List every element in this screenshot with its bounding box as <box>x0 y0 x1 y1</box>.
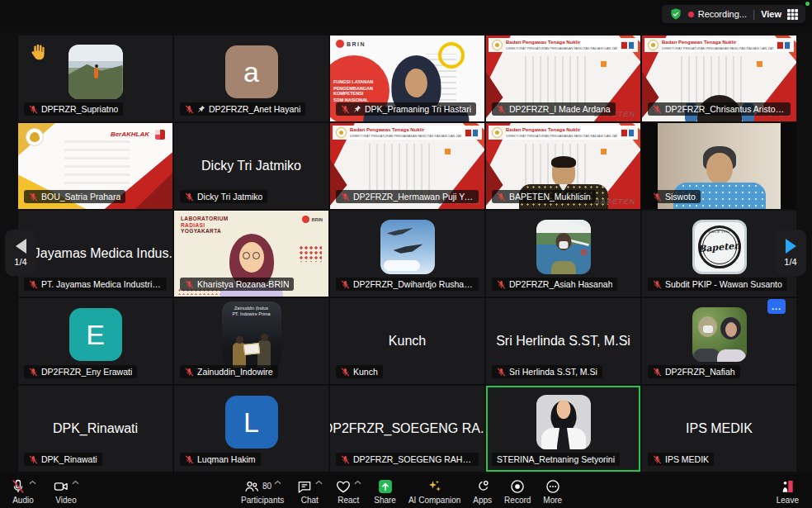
more-button[interactable]: More <box>543 477 562 506</box>
participant-tile-25[interactable]: IPS MEDIKIPS MEDIK <box>642 386 796 472</box>
view-button[interactable]: View <box>761 9 781 19</box>
ai-button[interactable]: AI Companion <box>408 477 460 506</box>
participant-tile-12[interactable]: LABORATORIUMRADIASIYOGYAKARTABRINKharist… <box>174 211 328 297</box>
participants-button[interactable]: 80Participants <box>241 477 284 506</box>
participant-tile-19[interactable]: Sri Herlinda S.ST, M.SiSri Herlinda S.ST… <box>486 298 640 384</box>
participant-tile-14[interactable]: DP2FRZR_Asiah Hasanah <box>486 211 640 297</box>
muted-mic-icon <box>653 192 662 202</box>
muted-mic-icon <box>185 105 194 114</box>
participant-tile-13[interactable]: DP2FRZR_Dwihardjo Rushartono <box>330 211 484 297</box>
participant-name-text: DPK_Pramaning Tri Hastari <box>365 104 471 114</box>
brin-logo: BRIN <box>336 40 366 48</box>
chevron-up-icon <box>315 480 323 485</box>
raised-hand-icon <box>28 42 49 63</box>
previous-page-button[interactable]: 1/4 <box>5 230 36 276</box>
apps-button[interactable]: Apps <box>473 477 492 506</box>
participant-name-label: STERINA_Retnaning Setyorini <box>492 453 620 466</box>
muted-mic-icon <box>341 455 350 464</box>
muted-mic-icon <box>185 368 194 377</box>
participant-name-label: Zainuddin_Indowire <box>180 365 278 378</box>
certificate <box>243 343 259 355</box>
participants-label: Participants <box>241 496 284 506</box>
bapeten-title: Badan Pengawas Tenaga Nuklir <box>506 127 617 133</box>
toolbar-left-group: AudioVideo <box>10 477 79 506</box>
participant-tile-6[interactable]: BerAKHLAKBOU_Satria Prahara <box>18 123 172 209</box>
muted-mic-icon <box>653 105 662 114</box>
bapeten-watermark: BAPETEN <box>594 197 635 206</box>
participant-tile-11[interactable]: PT. Jayamas Medica Indus...PT. Jayamas M… <box>18 211 172 297</box>
participant-name-text: Kunch <box>353 367 378 377</box>
participant-tile-15[interactable]: SINCE 1997BapetenSubdit PKIP - Wawan Sus… <box>642 211 796 297</box>
hiker-figure <box>94 68 98 78</box>
batik-ornament <box>299 245 322 262</box>
berakhlak-logo-icon <box>155 130 165 140</box>
participant-tile-4[interactable]: Badan Pengawas Tenaga NuklirDIREKTORAT P… <box>486 36 640 121</box>
apps-icon <box>474 478 491 495</box>
participant-tile-24[interactable]: STERINA_Retnaning Setyorini <box>486 386 640 472</box>
participant-tile-7[interactable]: Dicky Tri JatmikoDicky Tri Jatmiko <box>174 123 328 209</box>
muted-mic-icon <box>341 105 350 114</box>
participant-name-label: Subdit PKIP - Wawan Susanto <box>648 278 787 291</box>
garuda-emblem-icon <box>336 127 347 138</box>
participant-tile-17[interactable]: Zainuddin (IndusPT. Indowire PrimaZainud… <box>174 298 328 384</box>
bapeten-mark-icon <box>621 41 635 50</box>
grid-view-icon[interactable] <box>787 9 798 20</box>
video-icon <box>53 478 69 495</box>
participant-name-text: Zainuddin_Indowire <box>197 367 273 377</box>
participant-name-text: Dicky Tri Jatmiko <box>197 192 262 202</box>
participant-name-label: DP2FRZR_Chrisantus Aristo Wirawan Dwi... <box>648 102 791 116</box>
participant-tile-8[interactable]: Badan Pengawas Tenaga NuklirDIREKTORAT P… <box>330 123 484 209</box>
participant-tile-21[interactable]: DPK_RinawatiDPK_Rinawati <box>18 386 172 472</box>
pin-icon <box>353 105 361 113</box>
video-button[interactable]: Video <box>53 477 79 506</box>
chevron-right-icon <box>786 239 796 254</box>
participant-tile-16[interactable]: EDP2FRZR_Eny Erawati <box>18 298 172 384</box>
chevron-up-icon <box>29 480 36 485</box>
participant-tile-2[interactable]: aDP2FRZR_Anet Hayani <box>174 36 328 121</box>
record-button[interactable]: Record <box>504 477 531 506</box>
participant-name-text: DP2FRZR_Eny Erawati <box>41 367 132 377</box>
participant-name-text: Siswoto <box>665 192 696 202</box>
security-shield-icon[interactable] <box>669 7 682 21</box>
participant-name-text: BOU_Satria Prahara <box>41 192 120 202</box>
camera-active-dot <box>805 2 810 6</box>
tile-options-button[interactable]: ... <box>767 299 786 314</box>
muted-mic-icon <box>497 105 506 114</box>
bapeten-mark-icon <box>465 129 479 137</box>
muted-mic-icon <box>497 280 506 289</box>
next-page-button[interactable]: 1/4 <box>775 230 806 276</box>
participant-tile-1[interactable]: DPFRZR_Supriatno <box>18 36 172 121</box>
chat-button[interactable]: Chat <box>296 477 323 506</box>
garuda-emblem-icon <box>492 127 503 138</box>
bapeten-title: Badan Pengawas Tenaga Nuklir <box>506 40 617 45</box>
react-button[interactable]: React <box>335 477 361 506</box>
muted-mic-icon <box>29 455 38 464</box>
participant-name-label: Siswoto <box>648 190 701 203</box>
toolbar-leave-group: Leave <box>777 477 799 506</box>
participant-tile-3[interactable]: BRINFUNGSI LAYANANPENGEMBANGAN KOMPETENS… <box>330 36 484 121</box>
page-indicator: 1/4 <box>14 257 26 267</box>
letter-avatar: E <box>69 308 122 361</box>
bapeten-title: Badan Pengawas Tenaga Nuklir <box>662 40 773 45</box>
audio-button[interactable]: Audio <box>10 477 36 506</box>
chat-icon <box>296 478 313 495</box>
participant-name-text: DP2FRZR_I Made Ardana <box>509 104 611 114</box>
leave-button[interactable]: Leave <box>777 477 799 506</box>
lab-title: LABORATORIUMRADIASIYOGYAKARTA <box>181 216 229 235</box>
participant-tile-22[interactable]: LLuqman Hakim <box>174 386 328 472</box>
react-label: React <box>338 496 359 506</box>
share-button[interactable]: Share <box>374 477 396 506</box>
bapeten-mark-icon <box>777 41 791 50</box>
participant-tile-18[interactable]: KunchKunch <box>330 298 484 384</box>
participant-tile-5[interactable]: Badan Pengawas Tenaga NuklirDIREKTORAT P… <box>642 36 796 121</box>
person-head <box>552 158 575 186</box>
recording-indicator[interactable]: Recording... <box>688 9 747 19</box>
apps-label: Apps <box>473 496 492 506</box>
participant-tile-9[interactable]: Badan Pengawas Tenaga NuklirDIREKTORAT P… <box>486 123 640 209</box>
participant-name-label: BAPETEN_Mukhlisin <box>492 190 596 203</box>
video-grid: DPFRZR_SupriatnoaDP2FRZR_Anet HayaniBRIN… <box>18 36 796 472</box>
meeting-toolbar: AudioVideo 80ParticipantsChatReactShareA… <box>0 474 812 508</box>
participant-tile-23[interactable]: DP2FRZR_SOEGENG RA...DP2FRZR_SOEGENG RAH… <box>330 386 484 472</box>
participant-tile-10[interactable]: Siswoto <box>642 123 796 209</box>
garuda-emblem-icon <box>492 40 503 50</box>
